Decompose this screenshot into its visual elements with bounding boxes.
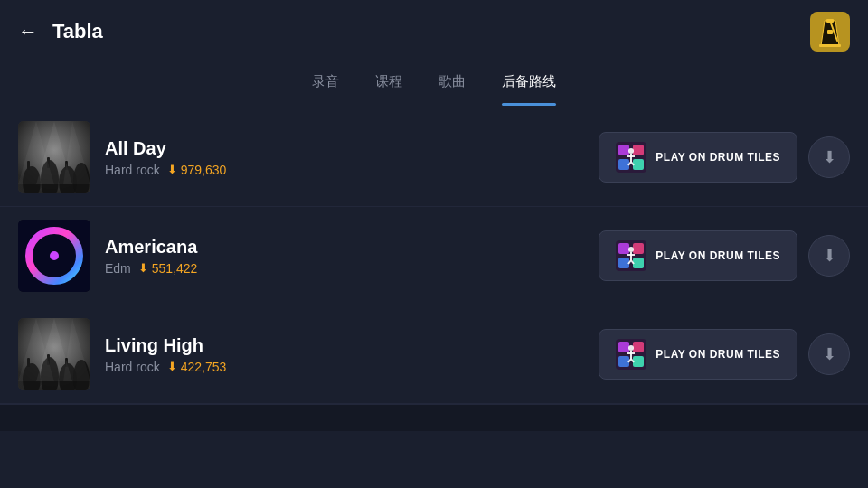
song-genre: Hard rock [105,360,160,374]
song-meta: Hard rock ⬇ 979,630 [105,163,584,177]
drum-tiles-icon [616,142,646,173]
edm-thumbnail [18,220,90,292]
list-item: Americana Edm ⬇ 551,422 [0,207,868,305]
download-count-icon: ⬇ [167,360,177,373]
metronome-icon[interactable] [810,12,850,52]
download-button[interactable]: ⬇ [808,136,850,178]
page-title: Tabla [52,20,103,43]
song-info: Living High Hard rock ⬇ 422,753 [105,335,584,374]
svg-rect-35 [633,258,644,268]
song-list: All Day Hard rock ⬇ 979,630 [0,108,868,488]
svg-rect-54 [618,342,629,352]
tab-recordings[interactable]: 录音 [312,73,339,98]
svg-rect-57 [633,356,644,367]
svg-rect-20 [633,145,644,155]
song-thumbnail [18,220,90,292]
song-genre: Edm [105,261,131,276]
song-thumbnail [18,318,90,390]
svg-rect-5 [827,30,833,34]
song-meta: Edm ⬇ 551,422 [105,261,584,276]
download-count: ⬇ 979,630 [167,163,227,177]
svg-rect-21 [618,159,629,170]
svg-rect-33 [633,243,644,254]
song-actions: PLAY ON DRUM TILES ⬇ [599,132,850,183]
play-drum-tiles-button[interactable]: PLAY ON DRUM TILES [599,329,797,380]
play-drum-tiles-button[interactable]: PLAY ON DRUM TILES [599,132,797,183]
list-item-partial [0,404,868,431]
svg-rect-4 [819,44,841,47]
song-title: Living High [105,335,584,356]
tab-courses[interactable]: 课程 [375,73,402,98]
svg-rect-3 [826,19,834,23]
download-button[interactable]: ⬇ [808,333,850,375]
tab-bar: 录音 课程 歌曲 后备路线 [0,63,868,108]
download-count-icon: ⬇ [138,261,148,275]
svg-rect-19 [618,145,629,155]
song-title: All Day [105,138,584,159]
download-icon: ⬇ [823,246,836,266]
drum-tiles-icon [616,240,646,271]
list-item: All Day Hard rock ⬇ 979,630 [0,108,868,207]
back-button[interactable]: ← [18,20,38,43]
drum-tiles-icon [616,339,646,370]
svg-rect-34 [618,258,629,268]
svg-rect-22 [633,159,644,170]
song-thumbnail [18,121,90,193]
tab-songs[interactable]: 歌曲 [439,73,466,98]
download-count-icon: ⬇ [167,163,177,176]
svg-point-30 [50,251,59,260]
play-drum-tiles-button[interactable]: PLAY ON DRUM TILES [599,230,797,281]
song-actions: PLAY ON DRUM TILES ⬇ [599,329,850,380]
svg-rect-56 [618,356,629,367]
download-count: ⬇ 422,753 [167,360,227,374]
list-item: Living High Hard rock ⬇ 422,753 [0,305,868,404]
song-actions: PLAY ON DRUM TILES ⬇ [599,230,850,281]
song-info: Americana Edm ⬇ 551,422 [105,237,584,276]
svg-point-58 [628,345,634,351]
download-button[interactable]: ⬇ [808,235,850,277]
song-info: All Day Hard rock ⬇ 979,630 [105,138,584,177]
svg-point-23 [628,148,634,154]
svg-rect-32 [618,243,629,254]
svg-point-36 [628,247,634,252]
song-meta: Hard rock ⬇ 422,753 [105,360,584,374]
app-header: ← Tabla [0,0,868,63]
download-icon: ⬇ [823,147,836,167]
tab-backing-tracks[interactable]: 后备路线 [502,73,556,98]
download-icon: ⬇ [823,344,836,364]
download-count: ⬇ 551,422 [138,261,198,276]
song-title: Americana [105,237,584,258]
svg-rect-55 [633,342,644,352]
song-genre: Hard rock [105,163,160,177]
